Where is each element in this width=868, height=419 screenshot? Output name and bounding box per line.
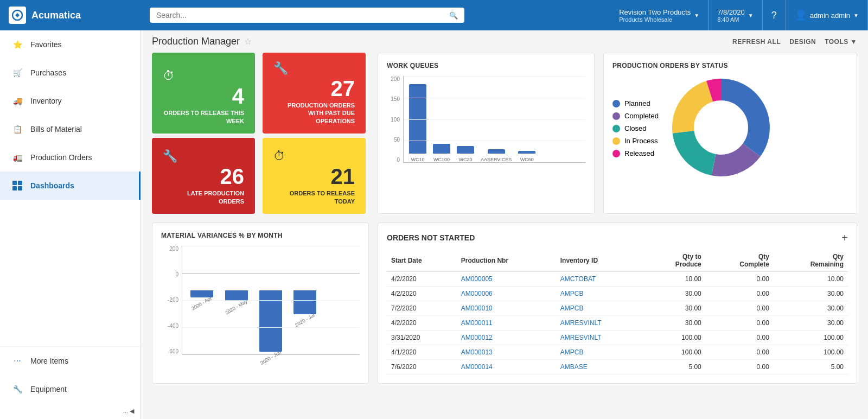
bar-apr: 2020 - Apr: [190, 290, 213, 306]
svg-rect-2: [18, 181, 22, 185]
bottom-row: MATERIAL VARIANCES % BY MONTH 200 0 -200…: [152, 223, 857, 384]
cell-qty-complete: 0.00: [706, 315, 774, 330]
cell-inventory-id[interactable]: AMRESVINLT: [556, 315, 644, 330]
cell-prod-nbr[interactable]: AM000014: [457, 359, 556, 374]
bar-jun: 2020 - Jun: [259, 290, 283, 360]
cell-inventory-id[interactable]: AMPCB: [556, 345, 644, 359]
design-button[interactable]: DESIGN: [789, 38, 816, 46]
cell-inventory-id[interactable]: AMRESVINLT: [556, 330, 644, 345]
sidebar-item-favorites[interactable]: ⭐ Favorites: [0, 30, 141, 59]
bar-wc100-fill: [433, 144, 450, 154]
cell-prod-nbr[interactable]: AM000011: [457, 315, 556, 330]
bar-may-label: 2020 - May: [225, 299, 248, 315]
cell-qty-complete: 0.00: [706, 359, 774, 374]
bar-aaservices-label: AASERVICES: [481, 157, 512, 162]
kpi-card-late[interactable]: 🔧 26 LATE PRODUCTION ORDERS: [152, 138, 255, 214]
legend-completed: Completed: [612, 112, 659, 120]
col-start-date: Start Date: [387, 250, 457, 272]
cell-inventory-id[interactable]: AMCTOBAT: [556, 271, 644, 286]
cell-start-date: 7/6/2020: [387, 359, 457, 374]
search-area: 🔍: [141, 8, 610, 23]
search-icon[interactable]: 🔍: [449, 11, 458, 20]
cell-prod-nbr[interactable]: AM000006: [457, 286, 556, 301]
kpi-number-orders-today: 21: [273, 166, 355, 187]
cell-inventory-id[interactable]: AMPCB: [556, 301, 644, 315]
top-right-area: Revision Two Products Products Wholesale…: [610, 0, 868, 30]
col-qty-produce: Qty toProduce: [644, 250, 705, 272]
y-label-200: 200: [391, 76, 400, 82]
bar-wc100-label: WC100: [433, 157, 450, 162]
cell-start-date: 4/2/2020: [387, 315, 457, 330]
kpi-card-orders-week[interactable]: ⏱ 4 ORDERS TO RELEASE THIS WEEK: [152, 53, 255, 134]
kpi-number-orders-week: 4: [163, 85, 244, 107]
cell-prod-nbr[interactable]: AM000012: [457, 330, 556, 345]
sidebar-label-purchases: Purchases: [30, 68, 66, 77]
cell-inventory-id[interactable]: AMBASE: [556, 359, 644, 374]
bar-jul: 2020 - Jul: [293, 290, 316, 323]
search-box: 🔍: [150, 8, 464, 23]
sidebar-label-favorites: Favorites: [30, 40, 62, 49]
sidebar-label-bom: Bills of Material: [30, 125, 82, 134]
cell-prod-nbr[interactable]: AM000010: [457, 301, 556, 315]
sidebar-item-equipment[interactable]: 🔧 Equipment: [0, 375, 141, 403]
refresh-all-button[interactable]: REFRESH ALL: [732, 38, 781, 46]
table-row: 3/31/2020 AM000012 AMRESVINLT 100.00 0.0…: [387, 330, 848, 345]
cell-inventory-id[interactable]: AMPCB: [556, 286, 644, 301]
y-label-50: 50: [394, 137, 400, 143]
sidebar-item-more[interactable]: ⋯ More Items: [0, 347, 141, 375]
orders-table: Start Date Production Nbr Inventory ID Q…: [387, 250, 848, 374]
kpi-card-orders-today[interactable]: ⏱ 21 ORDERS TO RELEASE TODAY: [263, 138, 366, 214]
kpi-label-orders-week: ORDERS TO RELEASE THIS WEEK: [163, 109, 244, 125]
content-area: Production Manager ☆ REFRESH ALL DESIGN …: [141, 30, 868, 419]
bar-jun-fill: [259, 290, 282, 352]
subsidiary-name: Products Wholesale: [619, 16, 691, 23]
cell-qty-remaining: 10.00: [774, 271, 848, 286]
cell-prod-nbr[interactable]: AM000013: [457, 345, 556, 359]
user-menu[interactable]: 👤 admin admin ▼: [786, 0, 868, 30]
inventory-id-link: AMRESVINLT: [560, 334, 602, 341]
company-selector[interactable]: Revision Two Products Products Wholesale…: [610, 0, 709, 30]
datetime-selector[interactable]: 7/8/2020 8:40 AM ▼: [709, 0, 763, 30]
top-area: ⏱ 4 ORDERS TO RELEASE THIS WEEK 🔧 27 PRO…: [152, 53, 857, 214]
svg-rect-1: [12, 181, 17, 185]
sidebar-collapse-button[interactable]: ... ◀: [0, 403, 141, 419]
prod-nbr-link: AM000014: [461, 363, 493, 371]
dots-icon: ⋯: [11, 354, 24, 367]
tools-button[interactable]: TOOLS ▼: [825, 38, 857, 46]
cell-qty-produce: 30.00: [644, 315, 705, 330]
main-area: ⭐ Favorites 🛒 Purchases 🚚 Inventory 📋 Bi…: [0, 30, 868, 419]
inventory-id-link: AMPCB: [560, 348, 584, 356]
table-row: 4/2/2020 AM000006 AMPCB 30.00 0.00 30.00: [387, 286, 848, 301]
sidebar-label-inventory: Inventory: [30, 97, 62, 105]
legend-dot-completed: [612, 112, 620, 120]
cell-prod-nbr[interactable]: AM000005: [457, 271, 556, 286]
cell-start-date: 4/1/2020: [387, 345, 457, 359]
col-qty-complete: QtyComplete: [706, 250, 774, 272]
sidebar-item-bom[interactable]: 📋 Bills of Material: [0, 115, 141, 143]
prod-nbr-link: AM000013: [461, 348, 493, 356]
clock-icon-yellow: ⏱: [273, 149, 355, 163]
sidebar-item-dashboards[interactable]: Dashboards: [0, 172, 141, 200]
kpi-card-past-due[interactable]: 🔧 27 PRODUCTION ORDERS WITH PAST DUE OPE…: [263, 53, 366, 134]
table-row: 4/1/2020 AM000013 AMPCB 100.00 0.00 100.…: [387, 345, 848, 359]
work-queues-title: WORK QUEUES: [387, 62, 585, 69]
top-bar: Acumatica 🔍 Revision Two Products Produc…: [0, 0, 868, 30]
add-order-button[interactable]: +: [841, 232, 848, 244]
sidebar-item-inventory[interactable]: 🚚 Inventory: [0, 87, 141, 115]
favorite-star-icon[interactable]: ☆: [244, 36, 252, 47]
orders-not-started-panel: ORDERS NOT STARTED + Start Date Producti…: [378, 223, 857, 384]
help-button[interactable]: ?: [763, 0, 786, 30]
time-display: 8:40 AM: [717, 16, 745, 23]
cell-qty-complete: 0.00: [706, 286, 774, 301]
bar-apr-label: 2020 - Apr: [191, 295, 213, 311]
orders-header: ORDERS NOT STARTED +: [387, 232, 848, 244]
search-input[interactable]: [156, 11, 449, 20]
cell-qty-remaining: 30.00: [774, 301, 848, 315]
sidebar-item-purchases[interactable]: 🛒 Purchases: [0, 59, 141, 87]
bar-wc100: WC100: [433, 144, 450, 162]
date-display: 7/8/2020: [717, 8, 745, 16]
orders-not-started-title: ORDERS NOT STARTED: [387, 233, 475, 242]
legend-label-planned: Planned: [624, 99, 650, 107]
sidebar-item-production[interactable]: 🚛 Production Orders: [0, 143, 141, 172]
legend-label-completed: Completed: [624, 112, 659, 120]
